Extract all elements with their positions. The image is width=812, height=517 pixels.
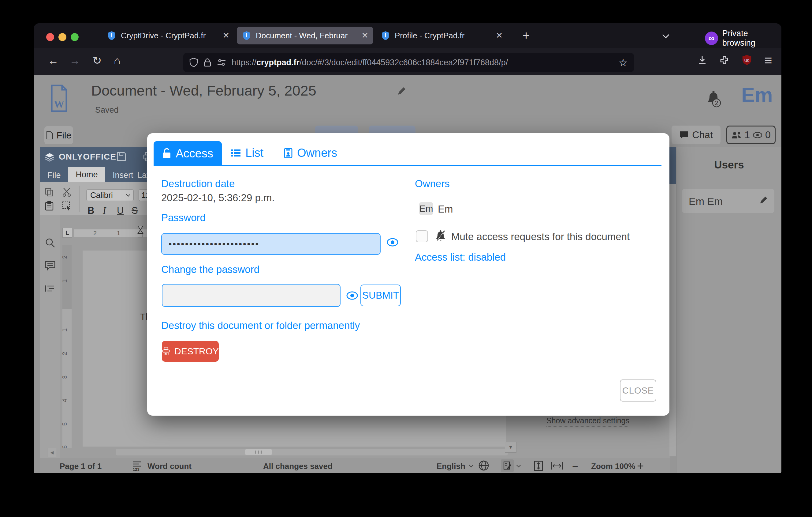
avatar[interactable]: Em	[741, 83, 773, 107]
tab-title: CryptDrive - CryptPad.fr	[121, 31, 206, 40]
svg-text:2: 2	[715, 100, 718, 106]
ruler-number: 1	[117, 230, 120, 237]
screen: CryptDrive - CryptPad.fr ✕ Document - We…	[0, 0, 812, 517]
unlock-icon	[162, 148, 171, 159]
reveal-password-eye-icon[interactable]	[386, 238, 399, 247]
oo-tab-home[interactable]: Home	[68, 167, 105, 182]
ruler-number: 1	[62, 328, 68, 332]
cryptpad-favicon-icon	[381, 31, 390, 40]
zoom-in-button[interactable]: +	[637, 459, 644, 472]
menu-hamburger-icon[interactable]: ≡	[764, 53, 772, 68]
owners-label: Owners	[415, 178, 450, 190]
access-list-link[interactable]: Access list: disabled	[415, 251, 506, 263]
submit-button[interactable]: SUBMIT	[360, 284, 401, 306]
font-name-value: Calibri	[90, 191, 124, 200]
ruler-number: 5	[62, 423, 68, 426]
statusbar-divider	[495, 459, 495, 472]
tab-close-icon[interactable]: ✕	[496, 31, 503, 40]
word-count-button[interactable]: Word count	[147, 462, 192, 471]
access-modal: Access List Owners Destruction date 2025…	[147, 133, 669, 416]
horizontal-scrollbar[interactable]	[116, 449, 508, 456]
toolbar-divider	[80, 186, 80, 212]
navigation-headings-icon[interactable]	[45, 284, 55, 293]
chat-icon	[679, 131, 688, 139]
reload-button[interactable]: ↻	[92, 55, 102, 66]
file-menu-label: File	[57, 130, 71, 141]
edit-title-pencil-icon[interactable]	[396, 86, 407, 97]
tab-stop-selector[interactable]: L	[62, 228, 72, 238]
tab-title: Profile - CryptPad.fr	[395, 31, 464, 40]
destruction-date-value: 2025-02-10, 5:36:29 p.m.	[161, 192, 275, 204]
close-button[interactable]: CLOSE	[620, 379, 656, 402]
presence-button[interactable]: 1 0	[726, 126, 776, 144]
ruler-number: 3	[62, 376, 68, 379]
oo-tab-insert[interactable]: Insert	[113, 171, 134, 180]
modal-tab-label: List	[245, 146, 263, 160]
password-input[interactable]: ••••••••••••••••••••••	[161, 233, 381, 255]
scroll-left-arrow[interactable]: ◀	[47, 448, 57, 457]
editors-count: 1	[744, 129, 750, 141]
reveal-new-password-eye-icon[interactable]	[346, 291, 358, 300]
show-advanced-settings-link[interactable]: Show advanced settings	[546, 416, 629, 427]
scrollbar-thumb[interactable]	[245, 449, 272, 455]
tab-bar: CryptDrive - CryptPad.fr ✕ Document - We…	[34, 23, 781, 48]
extensions-icon[interactable]	[719, 55, 730, 65]
permissions-icon[interactable]	[217, 58, 226, 67]
tab-list-chevron-icon[interactable]	[663, 32, 668, 38]
save-icon[interactable]	[116, 151, 127, 162]
copy-icon[interactable]	[45, 187, 54, 197]
modal-tab-access[interactable]: Access	[153, 141, 222, 166]
globe-icon[interactable]	[478, 460, 490, 471]
word-count-icon[interactable]: 123	[132, 460, 142, 471]
lock-icon[interactable]	[203, 58, 211, 67]
paste-icon[interactable]	[45, 201, 54, 211]
modal-tab-list[interactable]: List	[231, 146, 263, 160]
url-bar[interactable]: https://cryptpad.fr/doc/#/3/doc/edit/ff0…	[183, 53, 634, 72]
fit-width-icon[interactable]	[550, 461, 563, 471]
edit-mode-button[interactable]	[501, 459, 514, 472]
chat-button[interactable]: Chat	[672, 126, 721, 144]
traffic-minimize-button[interactable]	[58, 33, 66, 41]
viewers-count: 0	[765, 129, 771, 141]
tab-close-icon[interactable]: ✕	[361, 31, 368, 40]
panel-collapse-arrow[interactable]: ▾	[505, 442, 517, 453]
modal-tab-owners[interactable]: Owners	[284, 146, 337, 160]
statusbar-divider	[121, 459, 121, 472]
oo-right-panel-edge	[669, 184, 676, 456]
tracking-shield-icon[interactable]	[190, 58, 198, 67]
file-menu-button[interactable]: File	[45, 126, 73, 144]
tab-close-icon[interactable]: ✕	[223, 31, 229, 40]
cut-icon[interactable]	[62, 187, 71, 197]
select-all-icon[interactable]	[62, 201, 71, 211]
traffic-close-button[interactable]	[46, 33, 54, 41]
edit-user-pencil-icon[interactable]	[758, 195, 768, 205]
notifications-bell-icon[interactable]: 2	[705, 91, 721, 108]
new-tab-button[interactable]: +	[523, 29, 530, 43]
ruler-number: 2	[62, 255, 68, 259]
tab-profile[interactable]: Profile - CryptPad.fr ✕	[376, 27, 508, 45]
download-icon[interactable]	[696, 55, 708, 66]
zoom-out-button[interactable]: −	[572, 460, 578, 472]
language-select[interactable]: English	[437, 462, 465, 471]
comments-icon[interactable]	[45, 261, 55, 271]
bookmark-star-icon[interactable]: ☆	[619, 56, 628, 69]
tab-cryptdrive[interactable]: CryptDrive - CryptPad.fr ✕	[102, 27, 234, 45]
back-button[interactable]: ←	[48, 55, 59, 66]
destroy-button[interactable]: DESTROY	[162, 341, 219, 362]
traffic-zoom-button[interactable]	[71, 33, 79, 41]
home-button[interactable]: ⌂	[114, 55, 120, 66]
ublock-icon[interactable]: U0	[741, 54, 753, 66]
id-card-icon	[284, 147, 293, 159]
font-name-select[interactable]: Calibri	[86, 189, 134, 201]
forward-button[interactable]: →	[69, 55, 81, 66]
oo-tab-file[interactable]: File	[48, 171, 61, 180]
tab-document[interactable]: Document - Wed, February 5, 20 ✕	[237, 27, 373, 45]
mute-requests-checkbox[interactable]	[416, 230, 428, 242]
new-password-input[interactable]	[162, 284, 341, 307]
fit-page-icon[interactable]	[533, 460, 544, 471]
ruler-number: 2	[62, 352, 68, 355]
search-icon[interactable]	[45, 238, 55, 248]
private-browsing-badge: ∞ Private browsing	[705, 29, 781, 48]
modal-tab-underline	[153, 165, 662, 166]
indent-marker-icon[interactable]	[137, 225, 144, 238]
